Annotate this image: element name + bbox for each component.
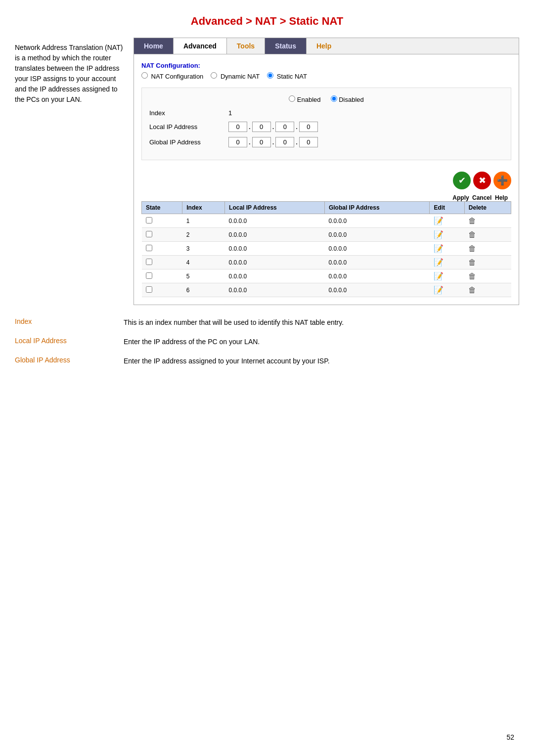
row-index-5: 5 bbox=[182, 269, 225, 283]
index-value: 1 bbox=[228, 109, 232, 117]
row-index-2: 2 bbox=[182, 228, 225, 242]
edit-icon-2[interactable]: 📝 bbox=[434, 230, 444, 239]
term-local-ip: Local IP Address bbox=[15, 337, 104, 347]
row-delete-5[interactable]: 🗑 bbox=[464, 269, 511, 283]
apply-button[interactable]: ✔ bbox=[453, 172, 471, 189]
delete-icon-2[interactable]: 🗑 bbox=[468, 230, 476, 239]
global-ip-octet2[interactable] bbox=[252, 137, 271, 147]
table-row: 4 0.0.0.0 0.0.0.0 📝 🗑 bbox=[142, 256, 511, 269]
row-delete-6[interactable]: 🗑 bbox=[464, 283, 511, 297]
form-section: Enabled Disabled Index 1 bbox=[141, 88, 511, 160]
row-delete-4[interactable]: 🗑 bbox=[464, 256, 511, 269]
col-delete: Delete bbox=[464, 202, 511, 214]
nav-advanced[interactable]: Advanced bbox=[174, 38, 227, 54]
table-row: 6 0.0.0.0 0.0.0.0 📝 🗑 bbox=[142, 283, 511, 297]
nat-table: State Index Local IP Address Global IP A… bbox=[141, 201, 511, 297]
row-state-6[interactable] bbox=[142, 283, 182, 297]
index-label: Index bbox=[149, 109, 228, 117]
local-ip-label: Local IP Address bbox=[149, 123, 228, 131]
row-global-ip-4: 0.0.0.0 bbox=[324, 256, 429, 269]
table-row: 5 0.0.0.0 0.0.0.0 📝 🗑 bbox=[142, 269, 511, 283]
disabled-option[interactable]: Disabled bbox=[331, 95, 364, 103]
row-edit-2[interactable]: 📝 bbox=[430, 228, 464, 242]
nav-home[interactable]: Home bbox=[134, 38, 174, 54]
edit-icon-5[interactable]: 📝 bbox=[434, 272, 444, 280]
row-index-1: 1 bbox=[182, 214, 225, 228]
state-checkbox-3[interactable] bbox=[146, 245, 152, 251]
help-button[interactable]: ➕ bbox=[493, 172, 511, 189]
row-local-ip-1: 0.0.0.0 bbox=[225, 214, 325, 228]
row-edit-5[interactable]: 📝 bbox=[430, 269, 464, 283]
row-global-ip-6: 0.0.0.0 bbox=[324, 283, 429, 297]
edit-icon-6[interactable]: 📝 bbox=[434, 286, 444, 294]
row-delete-3[interactable]: 🗑 bbox=[464, 242, 511, 256]
delete-icon-4[interactable]: 🗑 bbox=[468, 258, 476, 267]
nat-config-radio[interactable] bbox=[141, 72, 148, 79]
text-local-ip: Enter the IP address of the PC on your L… bbox=[124, 337, 519, 347]
dynamic-nat-option[interactable]: Dynamic NAT bbox=[211, 72, 260, 80]
col-edit: Edit bbox=[430, 202, 464, 214]
local-ip-octet4[interactable] bbox=[299, 122, 318, 132]
delete-icon-6[interactable]: 🗑 bbox=[468, 286, 476, 294]
nav-bar: Home Advanced Tools Status Help bbox=[134, 38, 519, 54]
delete-icon-5[interactable]: 🗑 bbox=[468, 272, 476, 280]
row-global-ip-1: 0.0.0.0 bbox=[324, 214, 429, 228]
row-edit-4[interactable]: 📝 bbox=[430, 256, 464, 269]
state-checkbox-5[interactable] bbox=[146, 272, 152, 279]
nat-type-radio-row: NAT Configuration Dynamic NAT Static NAT bbox=[141, 72, 511, 80]
page-title: Advanced > NAT > Static NAT bbox=[0, 0, 534, 38]
global-ip-octet4[interactable] bbox=[299, 137, 318, 147]
cancel-button[interactable]: ✖ bbox=[473, 172, 491, 189]
state-checkbox-4[interactable] bbox=[146, 259, 152, 265]
local-ip-octet1[interactable] bbox=[228, 122, 247, 132]
text-index: This is an index number that will be use… bbox=[124, 317, 519, 328]
term-index: Index bbox=[15, 317, 104, 328]
nav-status[interactable]: Status bbox=[265, 38, 307, 54]
apply-label: Apply bbox=[452, 194, 470, 201]
col-local-ip: Local IP Address bbox=[225, 202, 325, 214]
nat-config-option[interactable]: NAT Configuration bbox=[141, 72, 203, 80]
row-state-3[interactable] bbox=[142, 242, 182, 256]
nav-help[interactable]: Help bbox=[307, 38, 341, 54]
row-local-ip-5: 0.0.0.0 bbox=[225, 269, 325, 283]
state-checkbox-1[interactable] bbox=[146, 217, 152, 223]
row-state-1[interactable] bbox=[142, 214, 182, 228]
edit-icon-4[interactable]: 📝 bbox=[434, 258, 444, 267]
edit-icon-3[interactable]: 📝 bbox=[434, 244, 444, 253]
enabled-radio[interactable] bbox=[289, 95, 295, 102]
global-ip-octet1[interactable] bbox=[228, 137, 247, 147]
local-ip-octet3[interactable] bbox=[275, 122, 294, 132]
row-state-5[interactable] bbox=[142, 269, 182, 283]
state-checkbox-6[interactable] bbox=[146, 286, 152, 293]
global-ip-row: Global IP Address . . . bbox=[149, 137, 503, 147]
static-nat-option[interactable]: Static NAT bbox=[267, 72, 307, 80]
table-row: 3 0.0.0.0 0.0.0.0 📝 🗑 bbox=[142, 242, 511, 256]
delete-icon-1[interactable]: 🗑 bbox=[468, 217, 476, 225]
desc-index: Index This is an index number that will … bbox=[15, 317, 519, 328]
row-state-4[interactable] bbox=[142, 256, 182, 269]
row-edit-6[interactable]: 📝 bbox=[430, 283, 464, 297]
static-nat-radio[interactable] bbox=[267, 72, 273, 79]
cancel-label: Cancel bbox=[472, 194, 490, 201]
row-state-2[interactable] bbox=[142, 228, 182, 242]
row-delete-2[interactable]: 🗑 bbox=[464, 228, 511, 242]
local-ip-octet2[interactable] bbox=[252, 122, 271, 132]
edit-icon-1[interactable]: 📝 bbox=[434, 217, 444, 225]
nav-tools[interactable]: Tools bbox=[227, 38, 265, 54]
row-global-ip-5: 0.0.0.0 bbox=[324, 269, 429, 283]
row-edit-1[interactable]: 📝 bbox=[430, 214, 464, 228]
delete-icon-3[interactable]: 🗑 bbox=[468, 244, 476, 253]
disabled-radio[interactable] bbox=[331, 95, 337, 102]
descriptions: Index This is an index number that will … bbox=[0, 305, 534, 379]
term-global-ip: Global IP Address bbox=[15, 356, 104, 366]
col-state: State bbox=[142, 202, 182, 214]
state-checkbox-2[interactable] bbox=[146, 231, 152, 237]
enabled-option[interactable]: Enabled bbox=[289, 95, 320, 103]
dynamic-nat-radio[interactable] bbox=[211, 72, 217, 79]
row-local-ip-6: 0.0.0.0 bbox=[225, 283, 325, 297]
row-local-ip-2: 0.0.0.0 bbox=[225, 228, 325, 242]
global-ip-octet3[interactable] bbox=[275, 137, 294, 147]
row-edit-3[interactable]: 📝 bbox=[430, 242, 464, 256]
row-delete-1[interactable]: 🗑 bbox=[464, 214, 511, 228]
table-row: 1 0.0.0.0 0.0.0.0 📝 🗑 bbox=[142, 214, 511, 228]
